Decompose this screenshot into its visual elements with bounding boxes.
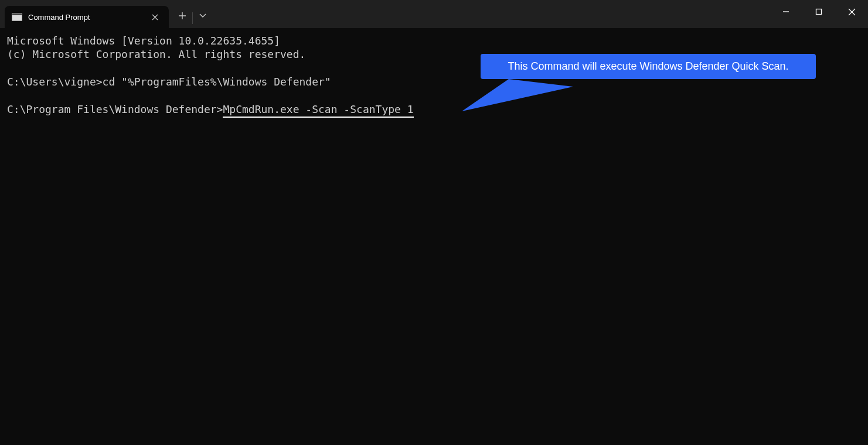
minimize-button[interactable] (770, 0, 802, 23)
titlebar: Command Prompt (0, 0, 868, 28)
prompt-2: C:\Program Files\Windows Defender> (7, 103, 223, 115)
maximize-button[interactable] (802, 0, 835, 23)
window-controls (770, 0, 868, 23)
copyright-line: (c) Microsoft Corporation. All rights re… (7, 48, 305, 60)
tab-dropdown-button[interactable] (193, 6, 213, 26)
close-tab-button[interactable] (149, 11, 161, 23)
command-1: cd "%ProgramFiles%\Windows Defender" (103, 76, 331, 88)
annotation-callout: This Command will execute Windows Defend… (481, 54, 816, 79)
callout-arrow (462, 76, 608, 117)
svg-rect-0 (816, 9, 822, 15)
callout-text: This Command will execute Windows Defend… (508, 60, 788, 73)
command-2: MpCmdRun.exe -Scan -ScanType 1 (223, 103, 413, 118)
tab-title: Command Prompt (28, 13, 143, 22)
command-prompt-icon (12, 13, 22, 21)
new-tab-button[interactable] (172, 6, 192, 26)
active-tab[interactable]: Command Prompt (5, 6, 169, 28)
version-line: Microsoft Windows [Version 10.0.22635.46… (7, 35, 280, 47)
svg-marker-1 (462, 79, 573, 111)
prompt-1: C:\Users\vigne> (7, 76, 103, 88)
close-window-button[interactable] (835, 0, 868, 23)
